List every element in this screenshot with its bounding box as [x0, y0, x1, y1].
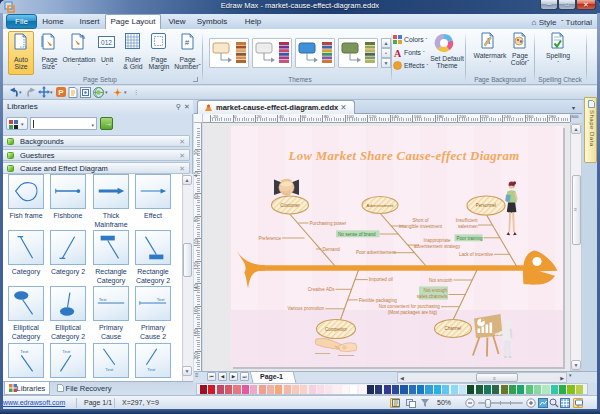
svg-text:Low Market Share Cause-effect: Low Market Share Cause-effect Diagram [288, 149, 520, 163]
svg-text:Preference: Preference [259, 236, 282, 241]
svg-text:Channel: Channel [445, 326, 462, 331]
svg-text:P: P [58, 88, 64, 97]
svg-text:intangible investment: intangible investment [399, 224, 443, 229]
svg-text:Personnel: Personnel [476, 203, 496, 208]
svg-text:Text: Text [62, 349, 71, 354]
svg-text:Advertisement: Advertisement [367, 203, 395, 208]
svg-text:Text: Text [157, 297, 166, 302]
svg-text:sales channels: sales channels [417, 294, 448, 299]
svg-text:Insufficient: Insufficient [456, 218, 479, 223]
svg-text:Creative ADs: Creative ADs [308, 287, 336, 292]
svg-text:Text: Text [99, 297, 108, 302]
svg-text:A: A [394, 48, 402, 57]
svg-text:(Most packages are big): (Most packages are big) [388, 310, 438, 315]
svg-text:Text: Text [20, 349, 29, 354]
svg-text:Not smooth: Not smooth [429, 278, 453, 283]
svg-text:Poor advertisement: Poor advertisement [356, 250, 397, 255]
svg-text:Poor training: Poor training [457, 236, 483, 241]
svg-text:012: 012 [101, 39, 112, 46]
svg-text:No sense of brand: No sense of brand [338, 232, 376, 237]
svg-text:Demand: Demand [322, 247, 340, 252]
svg-text:Not enough: Not enough [423, 288, 447, 293]
svg-text:Short of: Short of [412, 218, 429, 223]
svg-text:Customer: Customer [280, 203, 300, 208]
svg-text:Flexible packaging: Flexible packaging [359, 298, 397, 303]
svg-text:salesmen: salesmen [458, 224, 478, 229]
svg-text:Not convenient for purchasing: Not convenient for purchasing [379, 304, 440, 309]
svg-text:Purchasing power: Purchasing power [310, 221, 347, 226]
svg-text:Various promotion: Various promotion [287, 306, 324, 311]
svg-text:Inappropriate: Inappropriate [423, 238, 451, 243]
svg-text:Lack of incentive: Lack of incentive [459, 252, 494, 257]
svg-text:Text: Text [105, 367, 114, 372]
svg-text:Competitor: Competitor [325, 327, 348, 332]
svg-text:Text: Text [147, 367, 156, 372]
svg-text:#: # [185, 38, 190, 47]
svg-text:advertisement strategy: advertisement strategy [414, 244, 461, 249]
svg-text:Imported oil: Imported oil [369, 277, 393, 282]
